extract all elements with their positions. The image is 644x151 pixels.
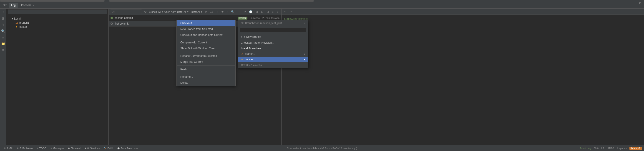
more-btn[interactable]: › [226,10,229,14]
tab-services[interactable]: ◈ 8: Services [83,146,102,150]
close-submenu-icon[interactable]: × [304,22,306,25]
tree-search-input[interactable] [8,10,107,14]
file-entry[interactable]: LoginTable.java [283,35,642,39]
tab-java-enterprise[interactable]: ☕ Java Enterprise [115,146,140,150]
tree-item-local[interactable]: ▾ Local [7,16,108,21]
info-panel: ← → LoginController.java io 1 file UserL… [282,9,644,147]
chevron-right-icon: ▸ [304,52,306,56]
separator [177,39,235,39]
tab-console[interactable]: Console × [19,3,36,8]
undo-btn[interactable]: ↩ [243,10,247,14]
eye-btn[interactable]: 👁 [220,10,225,14]
separator [177,73,235,73]
branch-submenu-search [238,26,308,34]
delete-icon[interactable]: 🗑 [2,16,5,20]
branch-list-item-branch1[interactable]: ⎇ branch1 ▸ [238,51,308,56]
left-sidebar: ‹ 🗑 ↰ 🔍 ☆ 📁 ≡ [0,9,6,147]
list-icon[interactable]: ≡ [2,48,4,52]
file-entry[interactable]: io 1 file [283,21,642,26]
tab-messages[interactable]: ≡ Messages [49,146,66,150]
bookmark-icon[interactable]: ☆ [2,36,4,39]
checkout-tag-action[interactable]: Checkout Tag or Revision... [238,40,308,46]
branch-list-item-master[interactable]: ★ master ▸ [238,56,308,62]
menu-item-compare[interactable]: Compare with Current [177,40,235,46]
minimize-icon[interactable]: — [634,2,637,6]
menu-item-new-branch[interactable]: New Branch from Selected... [177,26,235,32]
history-icon[interactable]: ↰ [2,23,4,26]
indent[interactable]: 4 spaces [617,147,627,150]
build-icon: 🔨 [104,147,106,150]
user-filter[interactable]: User: All ▾ [164,10,176,14]
tab-log[interactable]: Log [9,3,18,8]
status-bar: Event Log 30:6 LF UTF-8 4 spaces branch1 [580,147,642,150]
tab-bar: Git: Log Console × — ⚙ [0,2,644,9]
tab-terminal[interactable]: ▶ Terminal [66,146,82,150]
tab-problems[interactable]: ⑥ 6: Problems [15,146,35,150]
file-entry[interactable]: jo 1 file [283,30,642,35]
line-ending[interactable]: LF [601,147,604,150]
log-search [110,10,142,14]
arrow-right-btn[interactable]: → [237,10,241,14]
refresh-btn[interactable]: ↻ [204,10,208,14]
folder-icon[interactable]: 📁 [1,42,5,46]
branch-btn[interactable]: ⎇ [209,10,214,14]
branch-section-header: Local Branches [238,46,308,51]
align-right-btn[interactable]: ≡ [271,10,274,14]
menu-item-checkout-rebase[interactable]: Checkout and Rebase onto Current [177,32,235,38]
branch-filter[interactable]: Branch: All ▾ [149,10,163,14]
gear-icon[interactable]: ⚙ [639,1,642,5]
status-message: Checked out new branch branch1 from HEAD… [287,147,357,150]
event-log-link[interactable]: Event Log [580,147,591,150]
star-icon: ★ [241,58,243,61]
commit-dot-hollow [110,22,113,25]
tab-todo[interactable]: ≡ TODO [35,146,48,150]
close-icon[interactable]: × [33,4,34,6]
tree-item-master[interactable]: ★ master [7,25,108,29]
info-forward-btn[interactable]: → [289,10,293,14]
tab-build[interactable]: 🔨 Build [102,146,114,150]
top-scrollbar[interactable] [0,0,644,2]
grid-btn[interactable]: ⊞ [255,10,259,14]
todo-icon: ≡ [37,147,38,150]
sort-btn[interactable]: ↕ [216,10,219,14]
search-btn[interactable]: 🔍 [230,10,235,14]
plus-icon: + [241,35,242,38]
file-entry[interactable]: UserLogDao.java [283,26,642,30]
settings-btn[interactable]: ⚙ [143,10,148,14]
main-layout: ‹ 🗑 ↰ 🔍 ☆ 📁 ≡ ▾ Local ⎇ branch1 [0,9,644,147]
date-filter[interactable]: Date: All ▾ [177,10,188,14]
new-branch-action[interactable]: + + New Branch [238,34,308,40]
branch-badge: master [238,16,248,20]
menu-item-rebase[interactable]: Rebase Current onto Selected [177,53,235,59]
menu-item-checkout[interactable]: Checkout [177,20,235,26]
file-entry[interactable]: LoginController.java [283,16,642,21]
branch-icon: ⎇ [16,22,18,24]
log-search-input[interactable] [110,10,142,14]
menu-item-push[interactable]: Push... [177,66,235,72]
align-left-btn[interactable]: ≡ [276,10,279,14]
branch-indicator[interactable]: branch1 [630,147,642,150]
branch-submenu-header: Git Branches in reaction_test_plat × [238,20,308,26]
tree-item-branch1[interactable]: ⎇ branch1 [7,21,108,25]
tab-git[interactable]: ⑨ 9: Git [2,146,14,150]
back-icon[interactable]: ‹ [2,10,4,14]
paths-filter[interactable]: Paths: All ▾ [190,10,202,14]
clock-btn[interactable]: 🕐 [248,10,253,14]
menu-item-merge[interactable]: Merge into Current [177,59,235,65]
columns-btn[interactable]: ⊟ [266,10,270,14]
filter-btn[interactable]: ⊟ [260,10,264,14]
info-back-btn[interactable]: ← [283,10,288,14]
file-entry[interactable]: rvice 2 files [283,39,642,44]
menu-item-delete[interactable]: Delete [177,80,235,86]
branch-search-input[interactable] [240,28,306,32]
commit-dot [110,17,113,19]
menu-item-rename[interactable]: Rename... [177,74,235,80]
search-left-icon[interactable]: 🔍 [1,29,5,33]
menu-item-show-diff[interactable]: Show Diff with Working Tree [177,46,235,52]
branch-icon: ⎇ [241,53,244,55]
log-toolbar: ⚙ Branch: All ▾ User: All ▾ Date: All ▾ … [109,9,281,15]
separator [177,52,235,52]
context-menu: Checkout New Branch from Selected... Che… [176,20,236,86]
encoding[interactable]: UTF-8 [607,147,614,150]
file-entry[interactable]: 1 file [283,44,642,48]
